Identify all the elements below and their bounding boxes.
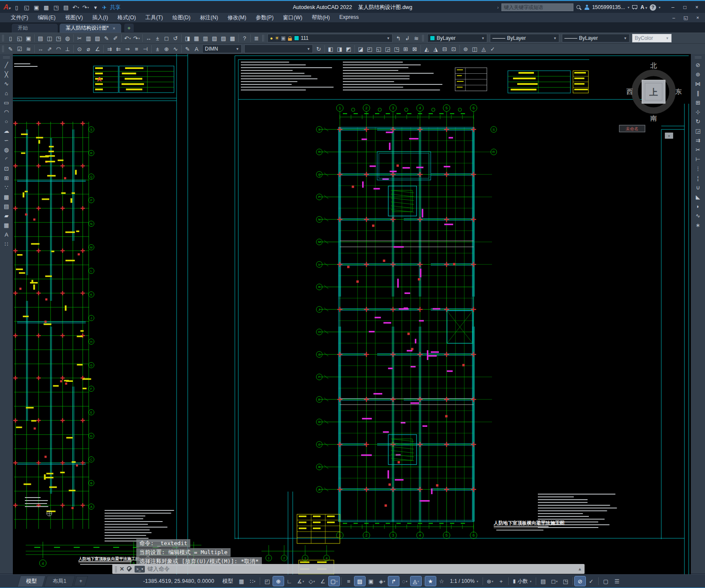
tab-close-icon[interactable]: ×	[113, 26, 115, 31]
maximize-button[interactable]: □	[679, 3, 690, 12]
blend-curves-tool[interactable]: ∿	[693, 211, 703, 220]
dim-linear[interactable]: ↔	[36, 45, 45, 54]
app-menu-button[interactable]: A▾	[0, 3, 12, 12]
construction-line-tool[interactable]: ╳	[1, 69, 12, 79]
menu-e[interactable]: 编辑(E)	[33, 13, 60, 23]
search-input[interactable]	[501, 3, 573, 11]
pan-realtime[interactable]: ↔	[144, 34, 153, 43]
layer-color-swatch[interactable]	[294, 36, 299, 41]
ortho-mode-toggle[interactable]: ∟	[284, 576, 295, 586]
polyline-tool[interactable]: ∿	[1, 79, 12, 88]
save-as-qat[interactable]: ▩	[42, 3, 51, 12]
ucs-face[interactable]: ◩	[344, 45, 353, 54]
visual-style-hidden[interactable]: ◫	[470, 45, 479, 54]
explode-tool[interactable]: ∗	[693, 220, 703, 230]
named-ucs[interactable]: ◭	[422, 45, 431, 54]
minimize-button[interactable]: –	[667, 3, 678, 12]
ellipse-arc-tool[interactable]: ◜	[1, 154, 12, 164]
visual-style-realistic[interactable]: ◬	[479, 45, 488, 54]
center-mark[interactable]: ⊕	[162, 45, 171, 54]
point-style-tool[interactable]: ∷	[1, 239, 12, 249]
ucs-rotate-z[interactable]: ⊠	[410, 45, 419, 54]
dim-baseline[interactable]: ⇇	[114, 45, 123, 54]
search-icon[interactable]	[576, 5, 582, 10]
check-standards[interactable]: ☑	[15, 45, 24, 54]
selection-filtering-toggle[interactable]: ◌▾	[399, 576, 410, 586]
redo-qat[interactable]: ↷▾	[81, 3, 90, 12]
ucs-icon-toggle[interactable]: ⊡	[449, 45, 458, 54]
dynamic-input-toggle[interactable]: ⊕	[273, 576, 284, 586]
insert-block-tool[interactable]: ⊡	[1, 164, 12, 173]
help-icon[interactable]: ?	[650, 4, 656, 11]
publish-qat[interactable]: ◳	[51, 3, 60, 12]
command-input[interactable]: 键入命令	[147, 565, 170, 573]
dim-break[interactable]: ⊣	[141, 45, 150, 54]
visual-styles-check[interactable]: ✓	[488, 45, 497, 54]
make-object-layer-current[interactable]: ↰	[394, 34, 403, 43]
linetype-combo-caret[interactable]: ▼	[553, 36, 557, 40]
linetype-combo[interactable]: ByLayer ▼	[490, 34, 559, 42]
layer-combo-caret[interactable]: ▼	[387, 36, 390, 40]
properties-palette[interactable]: ◨	[183, 34, 192, 43]
break-tool[interactable]: ¦	[693, 173, 703, 183]
command-line-dock[interactable]: ✕ >_▾ 键入命令 ▲	[112, 564, 585, 574]
ucs-z-axis[interactable]: ◱	[374, 45, 383, 54]
zoom-window[interactable]: ◻	[162, 34, 171, 43]
tab-document[interactable]: 某人防结构设计图*×	[59, 23, 122, 33]
join-tool[interactable]: ∪	[693, 183, 703, 192]
create-block-tool[interactable]: ⊞	[1, 173, 12, 183]
units-button[interactable]: ▮小数▾	[510, 576, 534, 586]
3d-object-snap-toggle[interactable]: ◈▾	[377, 576, 387, 586]
command-close-icon[interactable]: ✕	[120, 566, 124, 572]
menu-v[interactable]: 视图(V)	[60, 13, 88, 23]
paste-clip[interactable]: ▧	[93, 34, 102, 43]
doc-close-button[interactable]: ×	[692, 14, 703, 21]
color-combo[interactable]: ByLayer ▼	[427, 34, 487, 42]
ucs-move-origin[interactable]: ◰	[365, 45, 374, 54]
stretch-tool[interactable]: ⇉	[693, 135, 703, 145]
line-tool[interactable]: ╱	[1, 60, 12, 69]
menu-express[interactable]: Express	[335, 13, 363, 23]
ellipse-tool[interactable]: ◍	[1, 145, 12, 154]
tool-palettes[interactable]: ▥	[201, 34, 210, 43]
circle-tool[interactable]: ○	[1, 117, 12, 126]
hatch-tool[interactable]: ▩	[1, 192, 12, 201]
share-icon[interactable]: ✈	[100, 3, 109, 12]
fillet-tool[interactable]: ◗	[693, 201, 703, 211]
plotstyle-combo[interactable]: ByColor ▼	[632, 34, 672, 42]
textstyle-combo-caret[interactable]: ▼	[307, 47, 310, 51]
lineweight-toggle[interactable]: ≡	[343, 576, 354, 586]
tolerance[interactable]: ±	[153, 45, 162, 54]
qat-overflow[interactable]: ▾	[91, 3, 100, 12]
redo[interactable]: ↷▾	[132, 34, 141, 43]
rotate-tool[interactable]: ↻	[693, 117, 703, 126]
layer-previous[interactable]: ↲	[403, 34, 412, 43]
match-properties[interactable]: ✎	[102, 34, 111, 43]
isometric-drafting-toggle[interactable]: ◇▾	[306, 576, 317, 586]
doc-minimize-button[interactable]: –	[668, 14, 679, 21]
menu-w[interactable]: 窗口(W)	[278, 13, 307, 23]
new-drawing-tab-button[interactable]: +	[124, 24, 134, 32]
zoom-realtime[interactable]: ±	[153, 34, 162, 43]
store-cart-icon[interactable]	[632, 5, 638, 10]
dimstyle-combo-caret[interactable]: ▼	[236, 47, 239, 51]
transparency-toggle[interactable]: ▨	[354, 576, 365, 586]
textstyle-combo[interactable]: ▼	[244, 45, 313, 53]
markup-set-manager[interactable]: ▨	[219, 34, 228, 43]
dynamic-ucs-toggle[interactable]: ↱	[388, 576, 399, 586]
menu-h[interactable]: 帮助(H)	[307, 13, 334, 23]
publish[interactable]: ◳	[54, 34, 63, 43]
grid-display-toggle[interactable]: ▦	[236, 576, 247, 586]
drawing-canvas[interactable]: ASRQPNMLKJHGFEDCBASRQPNMLKJHGFEDCBASR112…	[13, 54, 691, 574]
share-button[interactable]: 共享	[110, 4, 120, 11]
layer-combo[interactable]: ● ☀ ▣ 111 ▼	[267, 34, 393, 42]
infer-constraints-toggle[interactable]: ◰	[262, 576, 273, 586]
new-layout-button[interactable]: +	[74, 576, 88, 586]
doc-restore-button[interactable]: ◱	[680, 14, 691, 21]
command-dock-grip[interactable]	[115, 566, 117, 572]
export-dwf[interactable]: ◍	[63, 34, 72, 43]
dim-jog-line[interactable]: ∿	[171, 45, 180, 54]
extend-tool[interactable]: ⊢	[693, 154, 703, 164]
rectangle-tool[interactable]: ▭	[1, 98, 12, 107]
dim-text-edit[interactable]: A	[192, 45, 201, 54]
